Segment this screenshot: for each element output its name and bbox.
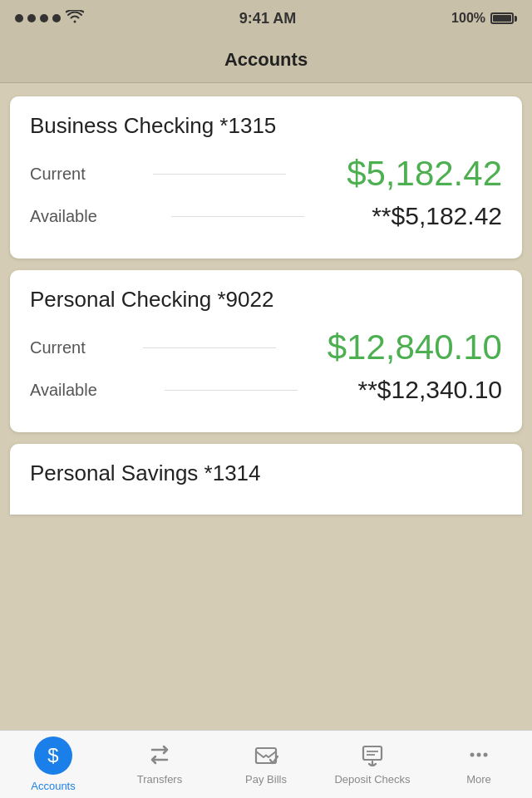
divider-4 [165,390,298,391]
battery-icon [490,12,517,24]
pay-bills-icon [254,743,278,770]
svg-point-4 [470,753,475,757]
tab-more[interactable]: More [426,731,532,798]
account-card-business-checking[interactable]: Business Checking *1315 Current $5,182.4… [10,96,522,259]
tab-accounts-circle: $ [34,736,72,775]
tab-pay-bills[interactable]: Pay Bills [213,731,319,798]
signal-dot-4 [52,14,61,22]
more-icon [466,743,491,770]
current-amount-1: $5,182.42 [347,154,502,194]
svg-rect-1 [363,746,382,760]
current-amount-2: $12,840.10 [328,328,502,367]
current-label-2: Current [30,338,86,357]
available-label-1: Available [30,207,97,226]
wifi-icon [66,10,84,27]
account-name-1: Business Checking *1315 [30,113,502,139]
account-name-3: Personal Savings *1314 [30,461,502,486]
nav-title: Accounts [224,49,308,71]
signal-area [15,10,84,27]
status-bar: 9:41 AM 100% [0,0,532,37]
tab-accounts[interactable]: $ Accounts [0,731,106,798]
current-balance-row-1: Current $5,182.42 [30,154,502,194]
signal-dot-3 [40,14,48,22]
battery-area: 100% [451,11,517,26]
current-label-1: Current [30,165,86,184]
status-time: 9:41 AM [239,10,296,27]
account-card-personal-checking[interactable]: Personal Checking *9022 Current $12,840.… [10,270,522,432]
available-label-2: Available [30,381,97,400]
available-amount-2: **$12,340.10 [358,376,503,404]
content-area: Business Checking *1315 Current $5,182.4… [0,83,532,730]
divider-1 [153,174,286,175]
tab-accounts-label: Accounts [31,780,75,792]
deposit-checks-icon [360,743,385,770]
tab-pay-bills-label: Pay Bills [245,773,287,786]
tab-more-label: More [466,773,491,786]
tab-transfers[interactable]: Transfers [106,731,213,798]
tab-deposit-checks-label: Deposit Checks [334,773,410,786]
svg-point-6 [484,753,488,757]
signal-dot-1 [15,14,23,22]
svg-point-5 [477,753,481,757]
current-balance-row-2: Current $12,840.10 [30,328,502,367]
battery-percentage: 100% [451,11,485,26]
divider-3 [143,347,276,348]
tab-bar: $ Accounts Transfers Pay Bills [0,730,532,798]
signal-dots [15,14,61,22]
transfers-icon [147,743,172,770]
dollar-icon: $ [47,744,58,767]
available-balance-row-2: Available **$12,340.10 [30,376,502,404]
tab-transfers-label: Transfers [137,773,182,786]
available-amount-1: **$5,182.42 [372,202,502,230]
signal-dot-2 [27,14,36,22]
available-balance-row-1: Available **$5,182.42 [30,202,502,230]
account-name-2: Personal Checking *9022 [30,287,502,313]
divider-2 [171,216,304,217]
nav-bar: Accounts [0,37,532,83]
account-card-personal-savings[interactable]: Personal Savings *1314 [10,444,522,515]
tab-deposit-checks[interactable]: Deposit Checks [319,731,426,798]
